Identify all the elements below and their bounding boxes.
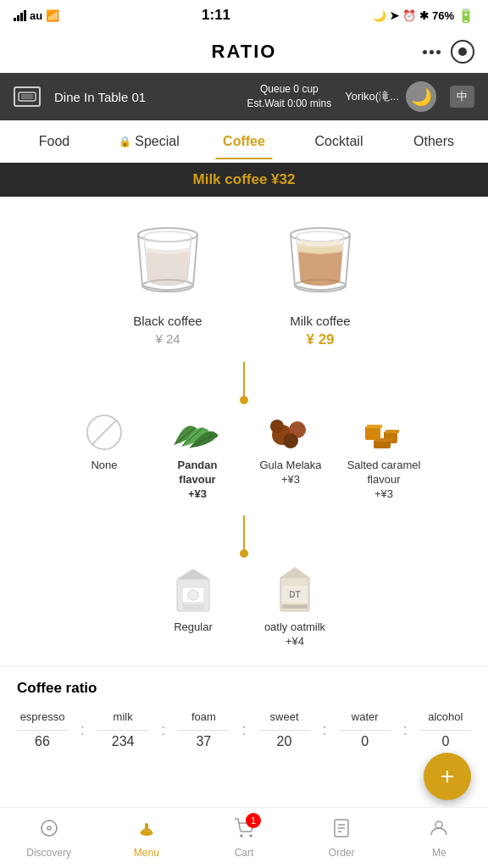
tab-special[interactable]: 🔒 Special xyxy=(102,124,197,159)
queue-info: Queue 0 cup Est.Wait 0:00 mins xyxy=(247,82,332,111)
language-button[interactable]: 中 xyxy=(450,86,474,108)
nav-me-label: Me xyxy=(432,847,446,859)
user-avatar: 🌙 xyxy=(406,81,436,112)
tab-coffee[interactable]: Coffee xyxy=(197,124,291,159)
option-pandan[interactable]: Pandan flavour+¥3 xyxy=(159,411,236,502)
option-none[interactable]: None xyxy=(66,411,142,502)
ratio-row: espresso 66 : milk 234 : foam 37 : sweet… xyxy=(17,710,471,749)
products-area: Black coffee ¥ 24 xyxy=(0,197,488,665)
status-time: 1:11 xyxy=(202,7,230,24)
lock-icon: 🔒 xyxy=(119,136,131,147)
svg-rect-27 xyxy=(182,604,204,609)
product-header: Milk coffee ¥32 xyxy=(0,163,488,197)
table-info-bar: Dine In Table 01 Queue 0 cup Est.Wait 0:… xyxy=(0,73,488,120)
ratio-water-value: 0 xyxy=(361,734,369,749)
ratio-water-label: water xyxy=(352,710,379,723)
nav-cart-label: Cart xyxy=(235,847,254,859)
gula-image xyxy=(263,411,318,453)
nav-cart[interactable]: 1 Cart xyxy=(195,808,292,868)
milk-connector xyxy=(14,515,474,558)
salted-caramel-image xyxy=(357,411,411,453)
flavour-connector xyxy=(14,362,474,404)
nav-discovery[interactable]: Discovery xyxy=(0,808,97,868)
svg-point-16 xyxy=(270,420,284,433)
option-none-name: None xyxy=(91,459,117,473)
svg-rect-18 xyxy=(367,425,382,428)
table-icon xyxy=(14,86,41,107)
status-bar: au 📶 1:11 🌙 ➤ ⏰ ✱ 76% 🔋 xyxy=(0,0,488,31)
product-milk-coffee[interactable]: Milk coffee ¥ 29 xyxy=(261,214,380,348)
tab-food[interactable]: Food xyxy=(7,124,102,159)
cart-icon: 1 xyxy=(234,818,254,843)
svg-point-15 xyxy=(283,433,298,448)
discovery-icon xyxy=(39,818,59,843)
nav-discovery-label: Discovery xyxy=(26,847,71,859)
ratio-foam-label: foam xyxy=(191,710,216,723)
option-gula-name: Gula Melaka+¥3 xyxy=(260,459,322,487)
battery-label: 76% xyxy=(432,9,454,22)
user-info: Yoriko(滝... 🌙 xyxy=(345,81,436,112)
black-coffee-name: Black coffee xyxy=(133,314,202,328)
products-row: Black coffee ¥ 24 xyxy=(14,214,474,348)
svg-point-42 xyxy=(250,835,252,837)
more-icon[interactable] xyxy=(423,50,441,54)
svg-rect-40 xyxy=(145,823,148,832)
black-coffee-image xyxy=(121,214,214,307)
location-icon: ➤ xyxy=(390,9,399,22)
battery-icon: 🔋 xyxy=(458,8,474,24)
tab-others-label: Others xyxy=(413,134,454,148)
app-title: RATIO xyxy=(212,41,277,63)
nav-menu[interactable]: Menu xyxy=(97,808,195,868)
user-name: Yoriko(滝... xyxy=(345,89,399,104)
svg-marker-24 xyxy=(177,569,209,579)
menu-icon xyxy=(136,818,158,843)
ratio-milk: milk 234 xyxy=(97,710,148,749)
svg-text:DT: DT xyxy=(289,590,300,599)
product-header-price: ¥32 xyxy=(271,171,295,187)
nav-me[interactable]: Me xyxy=(391,808,488,868)
sep2: : xyxy=(161,721,165,743)
pandan-image xyxy=(170,411,225,453)
sep3: : xyxy=(241,721,246,743)
svg-point-4 xyxy=(144,231,191,242)
milk-coffee-image xyxy=(274,214,367,307)
ratio-espresso-label: espresso xyxy=(20,710,65,723)
nav-order[interactable]: Order xyxy=(293,808,391,868)
option-oatly[interactable]: DT oatly oatmilk+¥4 xyxy=(257,565,333,649)
est-wait-label: Est.Wait xyxy=(247,97,285,109)
record-button[interactable] xyxy=(451,40,474,64)
svg-marker-29 xyxy=(280,567,309,577)
ratio-sweet-value: 20 xyxy=(277,734,292,749)
bluetooth-icon: ✱ xyxy=(419,9,429,22)
milk-coffee-name: Milk coffee xyxy=(290,314,350,328)
ratio-espresso: espresso 66 xyxy=(17,710,68,749)
option-salted-caramel[interactable]: Salted caramel flavour+¥3 xyxy=(346,411,422,502)
signal-icon xyxy=(14,10,26,21)
product-black-coffee[interactable]: Black coffee ¥ 24 xyxy=(108,214,227,348)
ratio-water: water 0 xyxy=(340,710,391,749)
add-to-cart-fab[interactable]: + xyxy=(424,753,471,800)
tab-cocktail[interactable]: Cocktail xyxy=(291,124,386,159)
option-pandan-name: Pandan flavour+¥3 xyxy=(159,459,236,502)
option-regular[interactable]: Regular xyxy=(155,565,231,649)
option-salted-caramel-name: Salted caramel flavour+¥3 xyxy=(346,459,422,502)
status-left: au 📶 xyxy=(14,9,59,22)
svg-line-9 xyxy=(92,420,117,445)
coffee-ratio-section: Coffee ratio espresso 66 : milk 234 : fo… xyxy=(0,665,488,763)
tab-others[interactable]: Others xyxy=(386,124,481,159)
tab-food-label: Food xyxy=(39,134,69,148)
svg-point-38 xyxy=(47,826,51,830)
option-gula[interactable]: Gula Melaka+¥3 xyxy=(252,411,329,502)
svg-rect-22 xyxy=(375,438,392,442)
nav-menu-label: Menu xyxy=(134,847,159,859)
bottom-nav: Discovery Menu 1 Cart xyxy=(0,807,488,868)
ratio-sweet-label: sweet xyxy=(270,710,299,723)
none-image xyxy=(77,411,131,453)
fab-icon: + xyxy=(441,763,454,790)
app-header: RATIO xyxy=(0,31,488,73)
milk-coffee-price: ¥ 29 xyxy=(306,331,334,348)
carrier-label: au xyxy=(30,9,42,22)
moon-icon: 🌙 xyxy=(373,9,386,22)
queue-count: 0 xyxy=(293,83,299,95)
nav-order-label: Order xyxy=(329,847,355,859)
